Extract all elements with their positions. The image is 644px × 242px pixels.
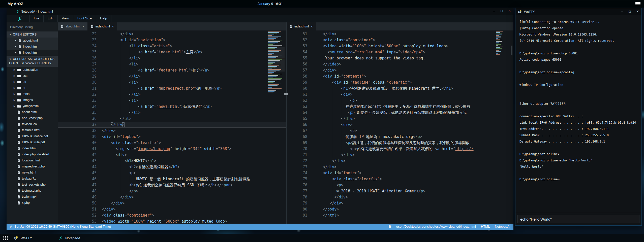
- code-line-31[interactable]: 31<a href="mapredirect.php">網上地圖</a>: [58, 85, 286, 91]
- sidebar-folder-dc[interactable]: ▶dc: [7, 79, 58, 85]
- code-line-34[interactable]: 34<a href="news.html">玩家傳送門</a>: [58, 103, 286, 110]
- code-line-30[interactable]: 30<li>: [58, 79, 286, 85]
- code-line-79[interactable]: 79</div>: [287, 200, 513, 206]
- menu-item-font-size[interactable]: Font Size: [73, 15, 96, 22]
- code-line-29[interactable]: 29</li>: [58, 73, 286, 79]
- terminal-output[interactable]: [info] Conencting to arozos WsTTY servic…: [515, 15, 641, 212]
- sidebar-file-index-html[interactable]: index.html: [7, 145, 58, 151]
- code-line-36[interactable]: 36</ul>: [58, 116, 286, 122]
- code-line-57[interactable]: 57</div>: [287, 67, 513, 73]
- editor-pane-right[interactable]: 51</div>52<div class="container">53<vide…: [286, 30, 513, 224]
- tab-index.html[interactable]: index.html✕: [287, 22, 316, 30]
- tab-index.html[interactable]: index.html✕: [88, 22, 117, 30]
- code-line-44[interactable]: 44<h2>香港的建築伺服器</h2>: [58, 164, 286, 170]
- close-tab-icon[interactable]: ✕: [82, 25, 84, 28]
- code-line-73[interactable]: 73</div>: [287, 164, 513, 170]
- sidebar-file-testmysql-php[interactable]: testmysql.php: [7, 188, 58, 194]
- code-line-62[interactable]: 62<p>: [287, 97, 513, 103]
- close-tab-icon[interactable]: ✕: [112, 25, 114, 28]
- code-line-51[interactable]: 51</div>: [287, 31, 513, 37]
- close-icon[interactable]: ✕: [508, 9, 511, 13]
- code-line-39[interactable]: 39<div id="topbox">: [58, 134, 286, 140]
- sidebar-file-index-php-disabled[interactable]: index.php_disabled: [7, 151, 58, 157]
- minimize-icon[interactable]: –: [621, 10, 623, 13]
- root-folder-row[interactable]: ▼USER:/DESKTOP/SCREENSHOT/TEST/WWW CLEAN…: [7, 56, 58, 67]
- code-line-33[interactable]: 33<li>: [58, 97, 286, 103]
- code-line-28[interactable]: 28<a href="features.html">簡介</a>: [58, 67, 286, 73]
- code-line-58[interactable]: 58<div id="contents">: [287, 73, 513, 79]
- open-editor-row[interactable]: ✕about.html: [7, 38, 58, 44]
- sidebar-file-HKWTC-rule-pdf[interactable]: HKWTC rule.pdf: [7, 139, 58, 145]
- status-language[interactable]: HTML: [481, 225, 490, 228]
- minimap[interactable]: [496, 31, 503, 55]
- code-line-49[interactable]: 49</div>: [58, 194, 286, 200]
- code-line-64[interactable]: 64<p> 即使你不是建築師，你也能透過紅石師或鐵路工程師的身份加入我: [287, 110, 513, 116]
- taskbar-item-notepada[interactable]: NotepadA: [58, 234, 80, 242]
- terminal-input[interactable]: [517, 215, 639, 223]
- code-line-67[interactable]: 67<p>: [287, 128, 513, 134]
- code-line-70[interactable]: 70<p>如有問題或需要申請白名單，歡迎加入我們的 <a href="https…: [287, 146, 513, 152]
- open-editor-row[interactable]: ✕index.html: [7, 50, 58, 56]
- sidebar-folder-fonts[interactable]: ▶fonts: [7, 91, 58, 97]
- code-line-80[interactable]: 80</body>: [287, 206, 513, 212]
- sidebar-file-trailer-mp4[interactable]: trailer.mp4: [7, 194, 58, 200]
- code-line-59[interactable]: 59<div id="tagline" class="clearfix">: [287, 79, 513, 85]
- maximize-icon[interactable]: □: [629, 10, 631, 13]
- code-line-71[interactable]: 71</div>: [287, 152, 513, 158]
- sidebar-file-favicon-ico[interactable]: favicon.ico: [7, 121, 58, 127]
- sidebar-file-test-sockets-php[interactable]: test_sockets.php: [7, 182, 58, 188]
- code-line-65[interactable]: 65</div>: [287, 116, 513, 122]
- code-line-43[interactable]: 43<h1>HKWTC</h1>: [58, 158, 286, 164]
- code-line-27[interactable]: 27<li>: [58, 61, 286, 67]
- close-file-icon[interactable]: ✕: [14, 51, 17, 54]
- code-line-72[interactable]: 72</div>: [287, 158, 513, 164]
- maximize-icon[interactable]: □: [501, 9, 503, 13]
- code-line-55[interactable]: 55Your browser does not support the vide…: [287, 55, 513, 61]
- code-line-25[interactable]: 25<a href="index.html">主頁</a>: [58, 49, 286, 55]
- sidebar-folder-autostation[interactable]: ▶autostation: [7, 67, 58, 73]
- sidebar-file-features-html[interactable]: features.html: [7, 127, 58, 133]
- close-file-icon[interactable]: ✕: [14, 39, 17, 42]
- close-tab-icon[interactable]: ✕: [311, 25, 313, 28]
- code-line-24[interactable]: 24<li class="active">: [58, 43, 286, 49]
- close-icon[interactable]: ✕: [636, 10, 639, 13]
- sidebar-file-about-html[interactable]: about.html: [7, 109, 58, 115]
- code-line-48[interactable]: 48</p>: [58, 188, 286, 194]
- code-line-52[interactable]: 52<div class="container">: [287, 37, 513, 43]
- sidebar-file-news-html[interactable]: news.html: [7, 169, 58, 176]
- code-line-53[interactable]: 53<video width="100%" height="500px" aut…: [58, 218, 286, 224]
- code-line-69[interactable]: 69<p>請注意，我們的伺服器為確保玩家及遊玩時的質素，我們對的服器開啟: [287, 140, 513, 146]
- open-editors-section[interactable]: ▼ OPEN EDITORS: [7, 31, 58, 38]
- code-line-63[interactable]: 63在香港的Minecraft 伺服器中，多為小遊戲和純生存的伺服器，較少擁有: [287, 103, 513, 110]
- code-line-22[interactable]: 22</div>: [58, 31, 286, 37]
- code-line-77[interactable]: 77© 2018 - 2019 HKWTC Animation Gamer</p…: [287, 188, 513, 194]
- menu-item-file[interactable]: File: [29, 15, 44, 22]
- code-line-41[interactable]: 41<img src="images/box.png" height="342"…: [58, 146, 286, 152]
- sidebar-folder-images[interactable]: ▶images: [7, 97, 58, 103]
- code-line-61[interactable]: 61<div>: [287, 91, 513, 97]
- sidebar-file-mapredirect-php[interactable]: mapredirect.php: [7, 163, 58, 169]
- code-line-75[interactable]: 75<div class="clearfix">: [287, 176, 513, 182]
- app-grid-icon[interactable]: [3, 236, 10, 240]
- hamburger-icon[interactable]: [635, 2, 640, 6]
- tab-about.html[interactable]: about.html✕: [58, 22, 88, 30]
- code-line-68[interactable]: 68伺服器 IP 地址為： mcs.hkwtc.org</p>: [287, 134, 513, 140]
- code-line-40[interactable]: 40<div class="clearfix">: [58, 140, 286, 146]
- code-line-37[interactable]: 37</div>: [58, 122, 286, 128]
- open-editor-row[interactable]: ✕index.html: [7, 44, 58, 50]
- editor-pane-left[interactable]: 22</div>23<ul id="navigation">24<li clas…: [58, 30, 286, 224]
- menu-item-edit[interactable]: Edit: [43, 15, 58, 22]
- notepada-titlebar[interactable]: NotepadA - index.html – □ ✕: [7, 8, 513, 15]
- code-line-51[interactable]: 51</div>: [58, 206, 286, 212]
- wstty-titlebar[interactable]: WsTTY – □ ✕: [515, 8, 641, 15]
- code-line-26[interactable]: 26</li>: [58, 55, 286, 61]
- scrollbar-thumb[interactable]: [511, 46, 512, 55]
- code-line-42[interactable]: 42<div>: [58, 152, 286, 158]
- split-drag-handle[interactable]: [284, 93, 288, 95]
- code-line-52[interactable]: 52<div class="container">: [58, 212, 286, 218]
- code-line-66[interactable]: 66<div>: [287, 122, 513, 128]
- code-line-45[interactable]: 45<p>: [58, 170, 286, 176]
- sidebar-folder-css[interactable]: ▶css: [7, 73, 58, 79]
- code-line-47[interactable]: 47<b>你知道我們全線伺服器已轉用 SSD 了嗎？</b></span>: [58, 182, 286, 188]
- code-line-23[interactable]: 23<ul id="navigation">: [58, 37, 286, 43]
